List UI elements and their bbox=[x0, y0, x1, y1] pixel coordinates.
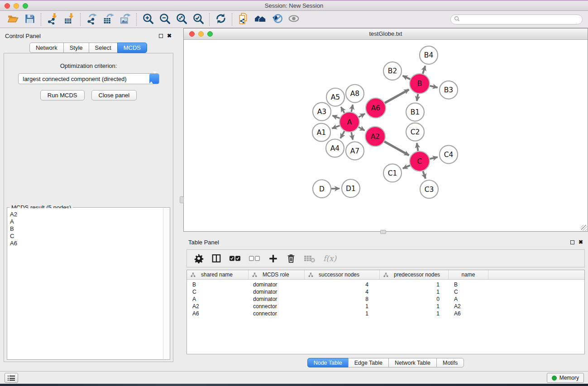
table-cell[interactable]: A2 bbox=[187, 303, 249, 310]
table-cell[interactable]: 4 bbox=[305, 289, 380, 295]
table-cell[interactable]: 1 bbox=[380, 310, 449, 317]
export-network-button[interactable] bbox=[83, 12, 100, 26]
run-mcds-button[interactable]: Run MCDS bbox=[40, 90, 85, 100]
graph-edge-C-C3[interactable] bbox=[423, 171, 425, 178]
delete-table-icon[interactable] bbox=[304, 254, 316, 263]
graph-edge-B-B1[interactable] bbox=[417, 94, 418, 101]
minimize-traffic-light[interactable] bbox=[14, 3, 19, 9]
graph-edge-B-B3[interactable] bbox=[430, 86, 438, 88]
tab-node-table[interactable]: Node Table bbox=[307, 358, 349, 367]
panel-divider-grip[interactable] bbox=[180, 196, 184, 203]
import-table-button[interactable] bbox=[61, 12, 77, 26]
tab-network-table[interactable]: Network Table bbox=[388, 358, 437, 367]
mcds-result-item[interactable]: C bbox=[10, 233, 163, 240]
column-header-MCDS-role[interactable]: MCDS role bbox=[249, 270, 305, 279]
graph-edge-B-B4[interactable] bbox=[423, 66, 425, 74]
table-cell[interactable]: B bbox=[449, 281, 488, 288]
settings-gear-icon[interactable] bbox=[194, 253, 204, 263]
table-cell[interactable]: dominator bbox=[249, 281, 305, 288]
search-field[interactable] bbox=[450, 14, 583, 24]
table-cell[interactable]: dominator bbox=[249, 296, 305, 302]
column-header-shared-name[interactable]: shared name bbox=[187, 270, 249, 279]
window-resize-grip[interactable] bbox=[581, 225, 587, 231]
table-cell[interactable]: A bbox=[187, 296, 249, 302]
graph-edge-C-C4[interactable] bbox=[430, 157, 437, 159]
tab-network[interactable]: Network bbox=[29, 43, 64, 53]
network-maximize-traffic-light[interactable] bbox=[207, 31, 213, 37]
table-cell[interactable]: A bbox=[449, 296, 488, 302]
zoom-in-button[interactable] bbox=[139, 12, 156, 26]
mcds-result-list[interactable]: A2ABCA6 bbox=[8, 208, 163, 359]
table-cell[interactable]: connector bbox=[249, 310, 305, 317]
graph-edge-C-C2[interactable] bbox=[417, 143, 418, 151]
float-panel-icon[interactable] bbox=[159, 34, 163, 38]
network-minimize-traffic-light[interactable] bbox=[198, 31, 204, 37]
graph-edge-A6-B[interactable] bbox=[385, 90, 409, 103]
table-cell[interactable]: B bbox=[187, 281, 249, 288]
graph-edge-A-A5[interactable] bbox=[341, 107, 344, 113]
table-row[interactable]: Adominator80A bbox=[187, 295, 584, 303]
table-cell[interactable]: 0 bbox=[380, 296, 449, 302]
table-row[interactable]: A6connector11A6 bbox=[187, 310, 584, 317]
save-session-button[interactable] bbox=[21, 12, 38, 26]
hide-labels-button[interactable] bbox=[268, 12, 285, 26]
open-session-button[interactable] bbox=[5, 12, 21, 26]
graph-edge-A-A6[interactable] bbox=[359, 114, 365, 117]
refresh-view-button[interactable] bbox=[212, 12, 229, 26]
network-close-traffic-light[interactable] bbox=[189, 31, 195, 37]
graph-edge-C-C1[interactable] bbox=[403, 165, 410, 168]
tab-edge-table[interactable]: Edge Table bbox=[348, 358, 389, 367]
result-scrollbar[interactable] bbox=[163, 208, 169, 359]
table-cell[interactable]: 1 bbox=[380, 289, 449, 295]
deselect-all-icon[interactable] bbox=[249, 255, 260, 262]
zoom-selected-button[interactable] bbox=[190, 12, 206, 26]
graph-edge-A-A1[interactable] bbox=[332, 126, 339, 129]
table-row[interactable]: Cdominator41C bbox=[187, 288, 584, 295]
tab-style[interactable]: Style bbox=[63, 43, 89, 53]
task-history-button[interactable] bbox=[5, 373, 18, 383]
table-cell[interactable]: 8 bbox=[305, 296, 380, 302]
close-panel-button[interactable]: Close panel bbox=[91, 90, 137, 100]
show-columns-icon[interactable] bbox=[211, 253, 221, 263]
tab-motifs[interactable]: Motifs bbox=[436, 358, 464, 367]
delete-column-icon[interactable] bbox=[286, 253, 296, 263]
table-cell[interactable]: connector bbox=[249, 303, 305, 310]
table-row[interactable]: Bdominator41B bbox=[187, 281, 584, 288]
zoom-out-button[interactable] bbox=[156, 12, 173, 26]
table-cell[interactable]: dominator bbox=[249, 289, 305, 295]
close-traffic-light[interactable] bbox=[5, 3, 10, 9]
tab-mcds[interactable]: MCDS bbox=[117, 43, 147, 53]
network-canvas[interactable]: AA1A2A3A4A5A6A7A8BB1B2B3B4CC1C2C3C4DD1 bbox=[184, 40, 588, 231]
toggle-visibility-button[interactable] bbox=[285, 12, 302, 26]
export-image-button[interactable] bbox=[117, 12, 134, 26]
table-row[interactable]: A2connector11A2 bbox=[187, 303, 584, 310]
column-header-name[interactable]: name bbox=[449, 270, 488, 279]
column-header-successor-nodes[interactable]: successor nodes bbox=[305, 270, 380, 279]
add-column-icon[interactable] bbox=[268, 253, 278, 264]
graph-edge-A-A4[interactable] bbox=[340, 131, 344, 138]
mcds-result-item[interactable]: B bbox=[10, 225, 163, 233]
close-panel-icon[interactable]: ✖ bbox=[578, 239, 583, 245]
table-cell[interactable]: 1 bbox=[305, 310, 380, 317]
graph-edge-A-A7[interactable] bbox=[351, 132, 353, 140]
panel-divider-grip[interactable] bbox=[380, 230, 386, 234]
float-panel-icon[interactable] bbox=[570, 240, 574, 244]
search-input[interactable] bbox=[462, 16, 579, 23]
graph-edge-A-A3[interactable] bbox=[332, 115, 339, 118]
table-cell[interactable]: C bbox=[449, 289, 488, 295]
table-cell[interactable]: 1 bbox=[380, 303, 449, 310]
home-button[interactable] bbox=[252, 12, 268, 26]
column-header-predecessor-nodes[interactable]: predecessor nodes bbox=[380, 270, 449, 279]
table-cell[interactable]: 1 bbox=[305, 303, 380, 310]
table-cell[interactable]: A6 bbox=[449, 310, 488, 317]
memory-button[interactable]: Memory bbox=[547, 373, 584, 383]
close-panel-icon[interactable]: ✖ bbox=[167, 33, 172, 38]
graph-edge-A-A2[interactable] bbox=[359, 127, 364, 130]
import-network-button[interactable] bbox=[44, 12, 61, 26]
mcds-result-item[interactable]: A bbox=[10, 218, 163, 225]
new-session-from-network-button[interactable] bbox=[235, 12, 252, 26]
criterion-dropdown[interactable]: largest connected component (directed) bbox=[18, 73, 159, 84]
export-table-button[interactable] bbox=[100, 12, 117, 26]
table-cell[interactable]: 1 bbox=[380, 281, 449, 288]
table-cell[interactable]: C bbox=[187, 289, 249, 295]
